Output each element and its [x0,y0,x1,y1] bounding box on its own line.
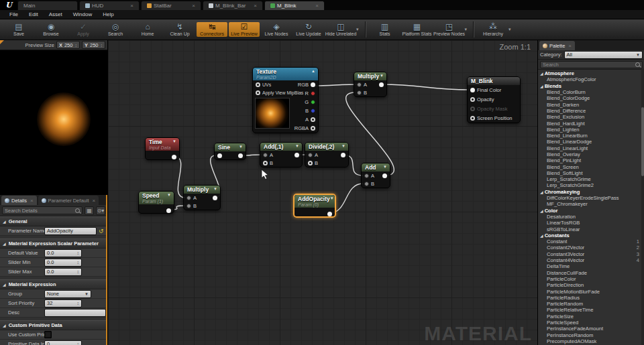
palette-item-srgbtolinear[interactable]: sRGBToLinear [538,226,644,232]
hide-unrelated-button[interactable]: ◫Hide Unrelated▾ [325,22,362,37]
palette-item-blend-difference[interactable]: Blend_Difference [538,108,644,114]
palette-item-particlemotionblurfade[interactable]: ParticleMotionBlurFade [538,288,644,294]
palette-item-constant3vector[interactable]: Constant3Vector3 [538,251,644,257]
collapse-arrow-icon[interactable]: ▼ [295,143,299,148]
palette-item-blend-lineardodge[interactable]: Blend_LinearDodge [538,139,644,145]
m-blink-opacity-pin[interactable] [470,97,475,102]
spinner-icon[interactable]: ↕ [74,43,77,48]
collapse-arrow-icon[interactable]: ▼ [383,164,387,169]
editor-tab-statbar[interactable]: StatBar× [141,1,201,10]
node-multiply-2[interactable]: Multiply▼AB [354,72,387,97]
palette-item-lerp-scratchgrime[interactable]: Lerp_ScratchGrime [538,176,644,182]
multiply-1-a-pin[interactable] [186,196,191,200]
slider-min-spinbox[interactable]: 0.0↕ [44,259,82,267]
texture-g-pin[interactable] [311,100,315,105]
palette-category-atmosphere[interactable]: ◢Atmosphere [538,70,644,76]
node-header[interactable]: TextureParam2D▲ [253,68,318,80]
live-nodes-button[interactable]: ◈Live Nodes [261,22,292,37]
add-1-a-pin[interactable] [263,153,268,157]
palette-item-particlerandom[interactable]: ParticleRandom [538,301,644,307]
texture-r-pin[interactable] [311,91,315,96]
connectors-button[interactable]: ↹Connectors [197,22,227,37]
editor-tab-hud[interactable]: HUD× [79,1,140,10]
section-header-general[interactable]: ◢General [0,216,107,226]
material-node-graph[interactable]: TextureParam2D▲UVsApply View MipBiasRGBR… [108,40,537,345]
texture-rgb-pin[interactable] [311,82,315,87]
search-button[interactable]: ◎Search [100,22,131,37]
sine-out-pin[interactable] [217,153,222,158]
node-add-2[interactable]: Add▼AB [361,163,390,188]
palette-category-constants[interactable]: ◢Constants [538,232,644,238]
close-icon[interactable]: × [30,198,34,204]
hierarchy-button[interactable]: ⁂Hierarchy▾ [478,22,514,37]
live-update-button[interactable]: ↻Live Update [293,22,324,37]
category-dropdown[interactable]: All ▼ [564,51,643,59]
collapse-arrow-icon[interactable]: ▼ [341,143,345,148]
palette-item-blend-overlay[interactable]: Blend_Overlay [538,151,644,157]
tab-details[interactable]: Details × [1,196,37,205]
parameter-name-field[interactable]: AddOpacity [44,227,97,235]
node-speed[interactable]: SpeedParam (1)▼ [138,191,174,214]
menu-help[interactable]: Help [97,11,119,17]
menu-edit[interactable]: Edit [23,11,44,17]
close-icon[interactable]: × [568,43,572,49]
slider-max-spinbox[interactable]: 0.0↕ [44,268,82,276]
palette-item-blend-screen[interactable]: Blend_Screen [538,163,644,169]
node-header[interactable]: Multiply▼ [354,72,386,80]
palette-item-perinstancerandom[interactable]: PerInstanceRandom [538,332,644,338]
palette-category-chromakeying[interactable]: ◢Chromakeying [538,189,644,195]
visibility-eye-icon[interactable]: ⊙▾ [96,206,105,215]
palette-item-deltatime[interactable]: DeltaTime [538,263,644,269]
palette-item-blend-pinlight[interactable]: Blend_PinLight [538,157,644,163]
use-custom-prim-checkbox[interactable] [44,331,52,338]
palette-item-lerp-scratchgrime2[interactable]: Lerp_ScratchGrime2 [538,182,644,188]
palette-item-particlespeed[interactable]: ParticleSpeed [538,320,644,326]
menu-asset[interactable]: Asset [44,11,68,17]
menu-window[interactable]: Window [68,11,97,17]
spinner-icon[interactable]: ↕ [77,342,80,345]
palette-scrollbar[interactable] [641,68,644,345]
palette-item-perinstancefadeamount[interactable]: PerInstanceFadeAmount [538,326,644,332]
wire-texture.rgb-to-multiply-2.a[interactable] [313,84,357,86]
palette-item-particlerelativetime[interactable]: ParticleRelativeTime [538,307,644,313]
material-preview-viewport[interactable] [0,50,107,195]
multiply-2-a-pin[interactable] [357,82,362,87]
m-blink-opacity-mask-pin[interactable] [470,107,475,111]
spinner-icon[interactable]: ↕ [77,260,80,265]
node-addopacity[interactable]: AddOpacityParam (0)▼ [293,194,336,218]
palette-item-blend-colorburn[interactable]: Blend_ColorBurn [538,89,644,95]
palette-item-desaturation[interactable]: Desaturation [538,214,644,220]
node-header[interactable]: Multiply▼ [184,186,220,194]
collapse-arrow-icon[interactable]: ▼ [167,192,171,197]
live-preview-button[interactable]: ☑Live Preview [229,22,260,37]
palette-search-input[interactable]: Search [540,61,643,68]
unreal-engine-logo[interactable]: U [0,0,17,10]
palette-item-blend-softlight[interactable]: Blend_SoftLight [538,170,644,176]
node-header[interactable]: M_Blink [468,77,520,85]
texture-b-pin[interactable] [311,109,315,113]
sort-priority-spinbox[interactable]: 32↕ [44,299,82,307]
reset-to-default-icon[interactable]: ↺ [99,228,104,234]
close-icon[interactable]: × [126,3,133,9]
palette-item-particlecolor[interactable]: ParticleColor [538,276,644,282]
desc-field[interactable] [44,309,106,317]
node-header[interactable]: Divide(,2)▼ [305,143,348,151]
palette-item-precomputedaomask[interactable]: PrecomputedAOMask [538,338,644,344]
texture-uvs-pin[interactable] [256,82,260,87]
palette-item-particlesize[interactable]: ParticleSize [538,314,644,320]
node-header[interactable]: TimeInput Data▼ [146,138,179,151]
platform-stats-button[interactable]: ▦Platform Stats [402,22,433,37]
node-header[interactable]: Sine▼ [215,143,246,151]
texture-apply-view-mipbias-pin[interactable] [256,90,260,95]
close-icon[interactable]: × [92,198,95,204]
collapse-arrow-icon[interactable]: ▼ [239,144,243,149]
palette-item-blend-linearburn[interactable]: Blend_LinearBurn [538,133,644,139]
spinner-icon[interactable]: ↕ [77,301,80,305]
add-2-b-pin[interactable] [364,182,369,186]
node-sine[interactable]: Sine▼ [214,143,246,160]
multiply-2-b-pin[interactable] [357,90,362,95]
palette-category-color[interactable]: ◢Color [538,208,644,214]
palette-item-blend-lighten[interactable]: Blend_Lighten [538,127,644,133]
chevron-down-icon[interactable]: ▾ [464,27,469,32]
node-divide-2[interactable]: Divide(,2)▼AB [305,142,349,167]
